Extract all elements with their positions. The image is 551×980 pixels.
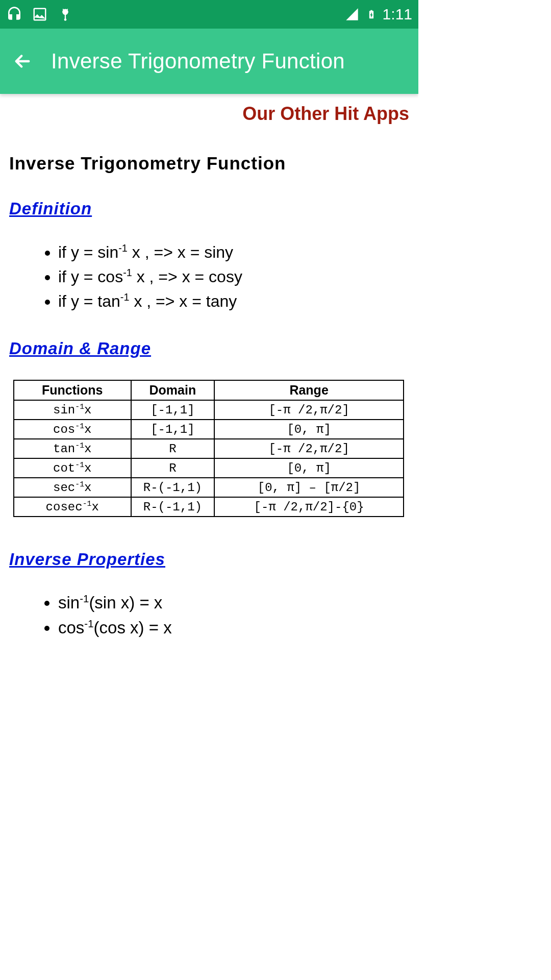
prop-post: (cos x) = x [94, 618, 172, 637]
section-link-inverse-properties[interactable]: Inverse Properties [9, 550, 409, 569]
status-right: 1:11 [344, 6, 412, 23]
cell-function: sin-1x [14, 400, 131, 420]
svg-point-3 [64, 18, 67, 21]
th-domain: Domain [131, 380, 215, 400]
cell-domain: R-(-1,1) [131, 497, 215, 517]
page-heading: Inverse Trigonometry Function [9, 153, 409, 174]
status-left [6, 6, 73, 22]
th-functions: Functions [14, 380, 131, 400]
cell-range: [0, π] – [π/2] [214, 478, 404, 497]
cell-function: tan-1x [14, 439, 131, 458]
def-sup: -1 [123, 267, 132, 278]
table-row: sin-1x[-1,1][-π /2,π/2] [14, 400, 404, 420]
table-row: cot-1xR[0, π] [14, 458, 404, 478]
domain-range-table: Functions Domain Range sin-1x[-1,1][-π /… [13, 380, 404, 517]
section-link-definition[interactable]: Definition [9, 199, 409, 218]
prop-sup: -1 [80, 593, 89, 604]
android-icon [57, 6, 73, 22]
status-time: 1:11 [383, 6, 412, 23]
cell-domain: R-(-1,1) [131, 478, 215, 497]
cell-range: [0, π] [214, 458, 404, 478]
def-post: x , => x = cosy [132, 267, 242, 286]
def-sup: -1 [120, 291, 130, 303]
back-button[interactable] [10, 49, 35, 74]
th-range: Range [214, 380, 404, 400]
app-title: Inverse Trigonometry Function [51, 49, 345, 74]
def-pre: if y = tan [58, 292, 120, 310]
def-sup: -1 [118, 242, 128, 254]
cell-domain: R [131, 439, 215, 458]
svg-rect-2 [65, 14, 66, 19]
list-item: if y = tan-1 x , => x = tany [58, 289, 409, 313]
headphones-icon [6, 6, 22, 22]
table-row: cos-1x[-1,1][0, π] [14, 420, 404, 439]
cell-domain: [-1,1] [131, 400, 215, 420]
list-item: sin-1(sin x) = x [58, 591, 409, 616]
cell-domain: R [131, 458, 215, 478]
def-pre: if y = cos [58, 267, 123, 286]
prop-post: (sin x) = x [89, 593, 162, 612]
def-pre: if y = sin [58, 243, 118, 261]
cell-range: [0, π] [214, 420, 404, 439]
section-link-domain-range[interactable]: Domain & Range [9, 339, 409, 358]
cell-domain: [-1,1] [131, 420, 215, 439]
promo-link[interactable]: Our Other Hit Apps [9, 103, 409, 125]
table-row: tan-1xR[-π /2,π/2] [14, 439, 404, 458]
list-item: if y = sin-1 x , => x = siny [58, 240, 409, 264]
signal-icon [344, 6, 360, 22]
cell-function: sec-1x [14, 478, 131, 497]
table-row: cosec-1xR-(-1,1)[-π /2,π/2]-{0} [14, 497, 404, 517]
cell-range: [-π /2,π/2] [214, 400, 404, 420]
status-bar: 1:11 [0, 0, 418, 29]
cell-function: cosec-1x [14, 497, 131, 517]
prop-sup: -1 [84, 618, 93, 629]
table-row: sec-1xR-(-1,1)[0, π] – [π/2] [14, 478, 404, 497]
list-item: if y = cos-1 x , => x = cosy [58, 264, 409, 289]
cell-function: cot-1x [14, 458, 131, 478]
content: Our Other Hit Apps Inverse Trigonometry … [0, 94, 418, 650]
cell-function: cos-1x [14, 420, 131, 439]
prop-pre: cos [58, 618, 84, 637]
battery-charging-icon [363, 6, 380, 22]
image-icon [32, 6, 48, 22]
cell-range: [-π /2,π/2] [214, 439, 404, 458]
definition-list: if y = sin-1 x , => x = siny if y = cos-… [9, 240, 409, 313]
table-header-row: Functions Domain Range [14, 380, 404, 400]
app-bar: Inverse Trigonometry Function [0, 29, 418, 94]
arrow-left-icon [12, 51, 33, 72]
properties-list: sin-1(sin x) = x cos-1(cos x) = x [9, 591, 409, 641]
list-item: cos-1(cos x) = x [58, 616, 409, 641]
def-post: x , => x = tany [129, 292, 237, 310]
cell-range: [-π /2,π/2]-{0} [214, 497, 404, 517]
def-post: x , => x = siny [128, 243, 233, 261]
prop-pre: sin [58, 593, 80, 612]
